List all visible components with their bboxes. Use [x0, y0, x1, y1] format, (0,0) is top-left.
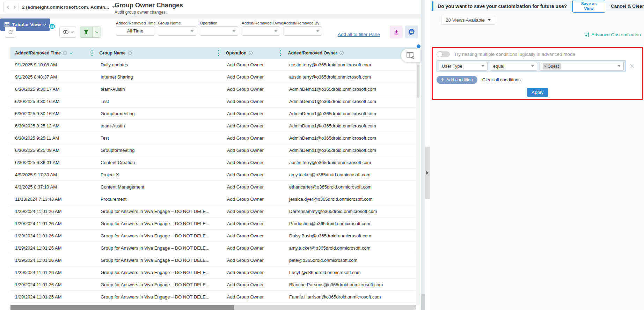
group-filter-select[interactable]	[158, 26, 196, 36]
nav-back-icon[interactable]	[7, 5, 10, 9]
cell-time: 1/29/2024 11:01:26 AM	[10, 245, 90, 251]
condition-fields: User Type equal Guest	[437, 60, 626, 72]
cell-group-name: Procurement	[90, 197, 217, 202]
table-row[interactable]: 1/29/2024 11:01:26 AM Group for Answers …	[10, 254, 416, 266]
table-row[interactable]: 6/30/2025 9:30:16 AM Groupformeeting Add…	[10, 108, 416, 120]
table-row[interactable]: 6/30/2025 9:30:16 AM Test Add Group Owne…	[10, 95, 416, 108]
add-all-to-filter-pane-link[interactable]: Add all to filter Pane	[338, 32, 380, 37]
column-header-owner[interactable]: Added/Removed Owner	[279, 47, 416, 59]
table-row[interactable]: 1/29/2024 11:01:26 AM Group for Answers …	[10, 217, 416, 230]
views-available-dropdown[interactable]: 28 Views Available	[441, 15, 495, 25]
table-row[interactable]: 6/30/2025 6:36:01 AM Content Creation Ad…	[10, 156, 416, 169]
vertical-scrollbar-thumb[interactable]	[417, 65, 419, 98]
audit-table: Added/Removed Time Group Name Operation	[10, 47, 416, 303]
cell-owner: austin.terry@o365droid.onmicrosoft.com	[279, 74, 416, 80]
refresh-icon	[8, 29, 13, 35]
clear-all-conditions-link[interactable]: Clear all conditions	[482, 77, 521, 82]
column-drag-handle-icon[interactable]	[218, 50, 219, 56]
remove-condition-button[interactable]	[626, 64, 638, 69]
report-navigator[interactable]: 2 (admeight.onmicrosoft.com, Admin...	[3, 2, 119, 12]
info-icon[interactable]	[339, 51, 344, 55]
column-header-operation[interactable]: Operation	[217, 47, 279, 59]
cell-operation: Add Group Owner	[217, 209, 279, 214]
apply-button[interactable]: Apply	[527, 88, 548, 97]
quick-filters: Added/Removed Time All Time Group Name O…	[116, 21, 322, 36]
table-row[interactable]: 1/29/2024 11:01:26 AM Group for Answers …	[10, 291, 416, 303]
table-row[interactable]: 9/1/2025 8:48:37 AM Internet Sharing Add…	[10, 71, 416, 83]
sort-descending-icon[interactable]	[70, 51, 73, 54]
table-row[interactable]: 1/29/2024 11:01:26 AM Group for Answers …	[10, 205, 416, 217]
table-row[interactable]: 11/13/2024 7:13:43 AM Procurement Add Gr…	[10, 193, 416, 205]
column-drag-handle-icon[interactable]	[92, 50, 93, 56]
column-header-time[interactable]: Added/Removed Time	[10, 47, 90, 59]
table-row[interactable]: 6/30/2025 9:25:11 AM Test Add Group Owne…	[10, 132, 416, 144]
cancel-and-clear-link[interactable]: Cancel & Clear	[611, 3, 644, 9]
cell-group-name: Groupformeeting	[90, 148, 217, 153]
panel-divider	[421, 0, 425, 310]
info-icon[interactable]	[249, 51, 253, 55]
vertical-scrollbar[interactable]	[416, 47, 420, 305]
panel-collapse-handle[interactable]	[425, 147, 430, 199]
cell-operation: Add Group Owner	[217, 197, 279, 202]
cell-owner: austin.terry@o365droid.onmicrosoft.com	[279, 62, 416, 67]
operation-filter-select[interactable]	[200, 26, 238, 36]
feedback-chat-button[interactable]	[405, 25, 418, 38]
column-header-group[interactable]: Group Name	[90, 47, 217, 59]
condition-field-select[interactable]: User Type	[439, 62, 488, 71]
cell-time: 1/29/2024 11:01:26 AM	[10, 209, 90, 214]
filter-field-owner: Added/Removed Owner	[242, 21, 280, 36]
cell-owner: LucyL@o365droid.onmicrosoft.com	[279, 270, 416, 275]
plus-icon	[441, 78, 444, 81]
divider	[19, 3, 19, 10]
download-button[interactable]	[390, 25, 403, 38]
cell-group-name: Group for Answers in Viva Engage – DO NO…	[90, 245, 217, 251]
cell-time: 4/3/2025 8:37:10 AM	[10, 184, 90, 190]
info-icon[interactable]	[128, 51, 132, 55]
condition-field-value: User Type	[442, 64, 462, 69]
column-drag-handle-icon[interactable]	[280, 50, 281, 56]
table-row[interactable]: 6/30/2025 9:25:12 AM team-Austin Add Gro…	[10, 120, 416, 132]
table-row[interactable]: 1/29/2024 11:01:26 AM Group for Answers …	[10, 230, 416, 242]
notification-dot	[417, 44, 420, 48]
column-label: Operation	[226, 51, 247, 56]
cell-operation: Add Group Owner	[217, 270, 279, 275]
page-title: Group Owner Changes	[115, 2, 183, 9]
by-filter-select[interactable]	[284, 26, 322, 36]
table-row[interactable]: 4/3/2025 8:37:10 AM Content Management A…	[10, 181, 416, 193]
cell-time: 11/13/2024 7:13:43 AM	[10, 197, 90, 202]
cell-group-name: Group for Answers in Viva Engage – DO NO…	[90, 258, 217, 263]
toggle-knob	[437, 52, 442, 57]
refresh-button[interactable]	[5, 27, 16, 38]
add-condition-button[interactable]: Add condition	[437, 76, 477, 84]
table-row[interactable]: 1/29/2024 11:01:26 AM Group for Answers …	[10, 279, 416, 291]
table-row[interactable]: 6/30/2025 9:25:09 AM Groupformeeting Add…	[10, 144, 416, 156]
cell-time: 1/29/2024 11:01:26 AM	[10, 221, 90, 226]
cell-operation: Add Group Owner	[217, 282, 279, 287]
nav-forward-icon[interactable]	[13, 5, 16, 9]
condition-operator-select[interactable]: equal	[490, 62, 537, 71]
advance-customization-link[interactable]: Advance Customization	[585, 32, 641, 37]
tenant-selector-label[interactable]: 2 (admeight.onmicrosoft.com, Admin...	[22, 5, 109, 10]
horizontal-scrollbar-thumb[interactable]	[10, 305, 234, 310]
table-row[interactable]: 4/9/2025 9:17:30 AM Project X Add Group …	[10, 169, 416, 181]
save-as-view-button[interactable]: Save as View	[572, 0, 605, 13]
owner-filter-select[interactable]	[242, 26, 280, 36]
filter-options-button[interactable]	[92, 27, 101, 37]
remove-tag-icon[interactable]	[544, 65, 547, 67]
info-icon[interactable]	[63, 51, 67, 55]
horizontal-scrollbar[interactable]	[10, 305, 416, 310]
visibility-button[interactable]	[59, 27, 76, 38]
column-settings-button[interactable]	[401, 49, 421, 62]
cell-time: 6/30/2025 9:25:11 AM	[10, 135, 90, 141]
advanced-mode-toggle[interactable]	[437, 51, 450, 57]
cell-owner: Fannie.Harrison@o365droid.onmicrosoft.co…	[279, 294, 416, 300]
chevron-down-icon	[233, 30, 235, 32]
filter-button[interactable]	[80, 27, 92, 37]
condition-value-select[interactable]: Guest	[540, 62, 624, 71]
table-row[interactable]: 6/30/2025 9:30:17 AM team-Austin Add Gro…	[10, 83, 416, 95]
table-row[interactable]: 9/1/2025 9:10:08 AM Daily updates Add Gr…	[10, 59, 416, 71]
cell-owner: AdminDemo1@o365droid.onmicrosoft.com	[279, 87, 416, 92]
time-filter-input[interactable]: All Time	[116, 26, 154, 36]
table-row[interactable]: 1/29/2024 11:01:26 AM Group for Answers …	[10, 242, 416, 254]
table-row[interactable]: 1/29/2024 11:01:26 AM Group for Answers …	[10, 266, 416, 279]
